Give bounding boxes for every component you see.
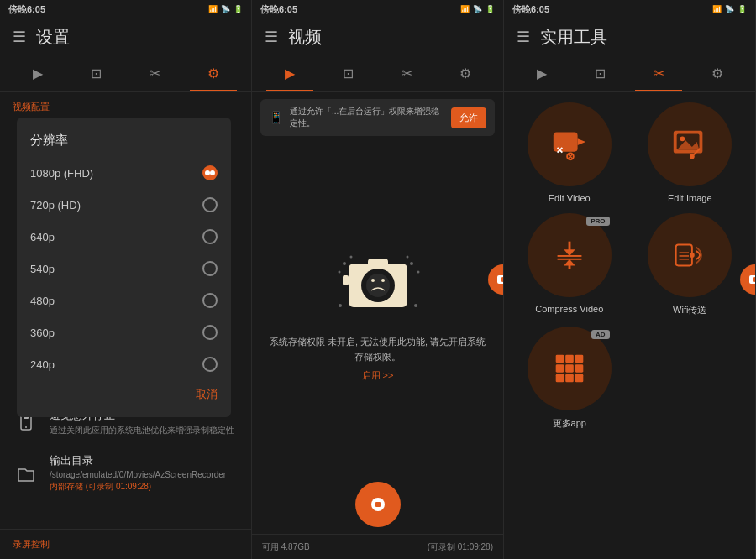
edit-video-icon [549,124,590,165]
settings-title: 设置 [36,26,70,49]
more-apps-circle [528,327,612,410]
radio-480p [202,293,218,308]
svg-point-32 [680,136,685,141]
tab-video-2[interactable]: ▶ [260,55,319,91]
record-icon [368,494,388,515]
image-tab-icon-3: ⊡ [595,65,606,81]
menu-item-output-dir[interactable]: 输出目录 /storage/emulated/0/Movies/AzScreen… [0,445,251,501]
settings-tabs: ▶ ⊡ ✂ ⚙ [0,55,251,92]
status-bar-1: 傍晚6:05 📶 📡 🔋 [0,0,251,18]
wifi-icon [669,235,710,275]
tab-image-3[interactable]: ⊡ [571,55,630,91]
camera-sad-svg [328,247,428,322]
tab-settings-1[interactable]: ⚙ [184,55,243,91]
more-apps-label: 更多app [553,417,586,430]
radio-240p [202,357,218,372]
svg-point-15 [414,304,417,307]
tab-tools-3[interactable]: ✂ [630,55,689,91]
tab-settings-2[interactable]: ⚙ [436,55,495,91]
enable-link[interactable]: 启用 >> [362,369,394,382]
svg-rect-17 [368,259,388,269]
tab-image-2[interactable]: ⊡ [319,55,378,91]
video-topbar: ☰ 视频 [252,18,503,55]
svg-rect-52 [555,374,564,383]
settings-tab-icon-2: ⚙ [459,65,471,81]
dropdown-title: 分辨率 [17,126,231,157]
tab-tools-1[interactable]: ✂ [126,55,185,91]
ad-badge: AD [591,330,610,339]
output-dir-subtitle: /storage/emulated/0/Movies/AzScreenRecor… [50,470,226,479]
svg-rect-46 [555,355,564,363]
notif-icon: 📱 [269,111,283,124]
svg-marker-36 [564,249,575,256]
more-apps-icon [549,348,590,389]
svg-rect-22 [343,275,349,285]
allow-button[interactable]: 允许 [451,107,486,128]
video-title: 视频 [288,26,322,49]
tool-more-apps[interactable]: AD 更多app [514,327,625,430]
settings-footer: 录屏控制 [0,529,251,559]
option-480p[interactable]: 480p [17,285,231,316]
option-720p[interactable]: 720p (HD) [17,189,231,221]
hamburger-icon-1[interactable]: ☰ [13,28,26,46]
option-540p[interactable]: 540p [17,253,231,285]
video-tab-icon-3: ▶ [537,65,547,81]
tool-wifi[interactable]: Wifi传送 [635,213,746,316]
hamburger-icon-2[interactable]: ☰ [265,28,278,46]
tab-video-3[interactable]: ▶ [512,55,571,91]
tab-settings-3[interactable]: ⚙ [688,55,747,91]
wifi-circle [648,213,732,297]
svg-point-14 [339,304,342,307]
camera-fab-icon-2 [496,273,504,286]
compress-video-circle [528,213,612,297]
option-240p[interactable]: 240p [17,348,231,380]
tab-image-1[interactable]: ⊡ [67,55,126,91]
tool-edit-image[interactable]: Edit Image [635,102,746,203]
output-dir-title: 输出目录 [50,453,226,468]
signal-icon-1: 📶 [208,5,218,13]
option-540p-label: 540p [30,263,55,275]
settings-tab-icon-1: ⚙ [207,65,219,81]
svg-rect-47 [565,355,574,363]
svg-point-8 [343,262,346,265]
video-panel: 傍晚6:05 📶 📡 🔋 ☰ 视频 ▶ ⊡ ✂ ⚙ 📱 通过允许「...在后台运… [252,0,504,559]
option-240p-label: 240p [30,358,55,371]
resolution-dropdown: 分辨率 1080p (FHD) 720p (HD) 640p 540p 480p… [17,118,231,417]
option-1080p[interactable]: 1080p (FHD) [17,157,231,189]
svg-rect-49 [555,364,564,373]
tools-tab-icon-3: ✂ [654,65,664,81]
settings-topbar: ☰ 设置 [0,18,251,55]
tools-topbar: ☰ 实用工具 [504,18,755,55]
camera-fab-icon-3 [748,273,756,286]
hamburger-icon-3[interactable]: ☰ [517,28,530,46]
tab-tools-2[interactable]: ✂ [378,55,437,91]
option-360p[interactable]: 360p [17,316,231,348]
notification-bar: 📱 通过允许「...在后台运行」权限来增强稳定性。 允许 [260,99,495,136]
wifi-icon-1: 📡 [221,5,230,13]
svg-rect-54 [575,374,583,383]
record-fab-container [252,469,503,534]
storage-info: 可用 4.87GB [262,541,310,553]
edit-video-label: Edit Video [549,193,591,203]
tool-compress-video[interactable]: PRO Compress Video [514,213,625,316]
radio-360p [202,325,218,340]
svg-marker-40 [564,259,575,266]
svg-point-21 [381,279,385,282]
tab-video-1[interactable]: ▶ [8,55,67,91]
option-640p[interactable]: 640p [17,221,231,253]
dropdown-cancel[interactable]: 取消 [17,380,231,409]
tools-title: 实用工具 [540,26,607,49]
video-tab-icon-2: ▶ [285,65,295,81]
svg-point-20 [371,279,375,282]
radio-720p [202,197,218,212]
tool-edit-video[interactable]: Edit Video [514,102,625,203]
record-button[interactable] [355,482,401,527]
svg-point-9 [349,255,352,258]
video-bottom-bar: 可用 4.87GB (可录制 01:09:28) [252,534,503,559]
radio-540p [202,261,218,276]
footer-label: 录屏控制 [13,538,239,551]
status-icons-2: 📶 📡 🔋 [460,5,495,13]
svg-rect-51 [575,364,583,373]
compress-video-label: Compress Video [535,304,603,314]
image-tab-icon-1: ⊡ [91,65,102,81]
